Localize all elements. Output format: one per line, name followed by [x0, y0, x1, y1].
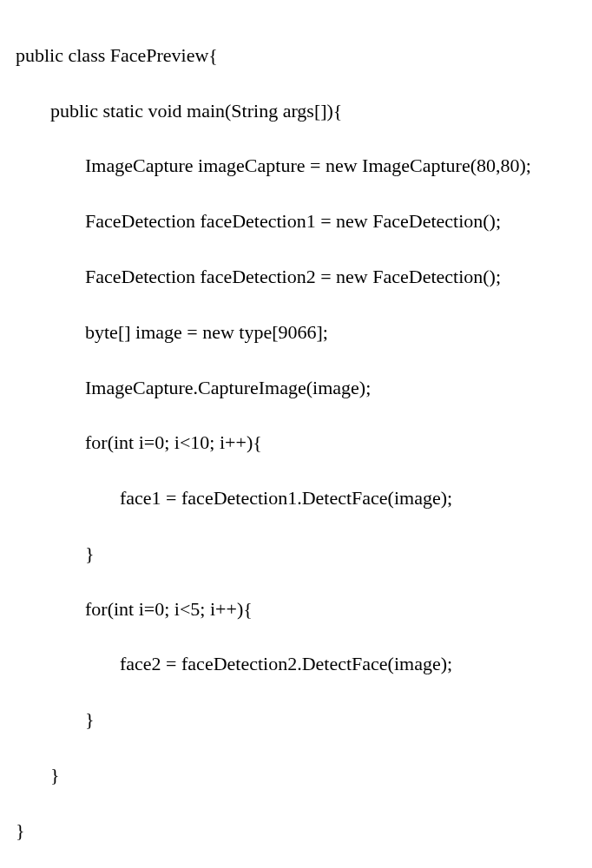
code-line: face2 = faceDetection2.DetectFace(image)…: [16, 650, 582, 678]
code-block: public class FacePreview{ public static …: [0, 0, 592, 868]
code-line: public class FacePreview{: [16, 42, 582, 69]
code-line: }: [16, 540, 582, 568]
code-line: }: [16, 706, 582, 733]
code-line: ImageCapture imageCapture = new ImageCap…: [16, 152, 582, 180]
code-line: public static void main(String args[]){: [16, 97, 582, 125]
code-line: byte[] image = new type[9066];: [16, 319, 582, 346]
code-line: }: [16, 817, 582, 845]
code-line: }: [16, 761, 582, 789]
code-line: for(int i=0; i<10; i++){: [16, 429, 582, 457]
code-line: FaceDetection faceDetection1 = new FaceD…: [16, 207, 582, 235]
code-line: for(int i=0; i<5; i++){: [16, 595, 582, 623]
code-line: ImageCapture.CaptureImage(image);: [16, 374, 582, 402]
code-line: FaceDetection faceDetection2 = new FaceD…: [16, 263, 582, 291]
code-line: face1 = faceDetection1.DetectFace(image)…: [16, 484, 582, 512]
